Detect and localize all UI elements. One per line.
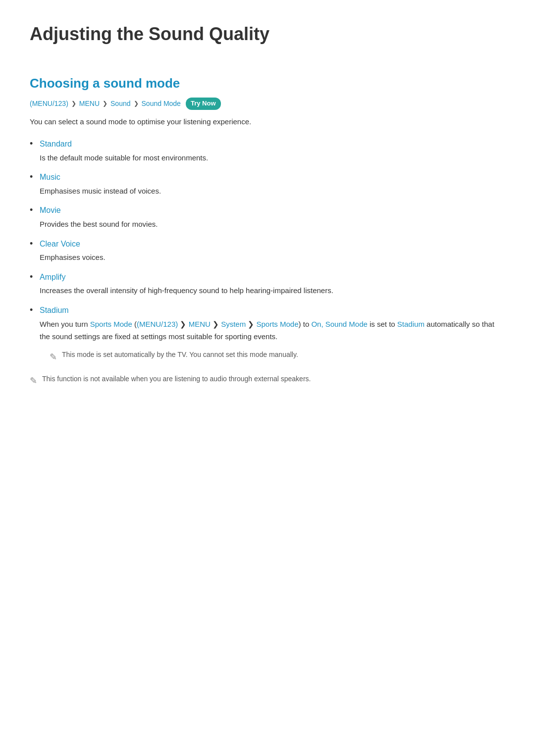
desc-movie: Provides the best sound for movies. (40, 220, 158, 228)
try-now-badge[interactable]: Try Now (186, 98, 221, 110)
desc-clearvoice: Emphasises voices. (40, 253, 106, 261)
desc-standard: Is the default mode suitable for most en… (40, 153, 208, 162)
sep-3: ❯ (248, 320, 256, 328)
stadium-note: ✎ This mode is set automatically by the … (50, 349, 505, 365)
term-music: Music (40, 171, 505, 184)
desc-stadium: When you turn Sports Mode ((MENU/123) ❯ … (40, 318, 505, 365)
term-standard: Standard (40, 138, 505, 151)
list-item-amplify: Amplify Increases the overall intensity … (30, 271, 505, 297)
breadcrumb-separator-2: ❯ (103, 99, 107, 108)
list-item-standard: Standard Is the default mode suitable fo… (30, 138, 505, 164)
link-sportsmode: Sports Mode (90, 320, 132, 328)
link-stadium2: Stadium (397, 320, 425, 328)
section-heading: Choosing a sound mode (30, 73, 505, 94)
link-on-soundmode: On, Sound Mode (311, 320, 367, 328)
breadcrumb-item-sound: Sound (110, 98, 130, 109)
link-sportsmode2: Sports Mode (257, 320, 299, 328)
note-icon-1: ✎ (50, 350, 57, 365)
breadcrumb-item-menu123: (MENU/123) (30, 98, 68, 109)
desc-amplify: Increases the overall intensity of high-… (40, 286, 333, 295)
intro-text: You can select a sound mode to optimise … (30, 116, 505, 128)
note-icon-outer: ✎ (30, 374, 37, 388)
sep-1: ❯ (180, 320, 188, 328)
breadcrumb-item-menu: MENU (79, 98, 100, 109)
list-item-movie: Movie Provides the best sound for movies… (30, 204, 505, 230)
breadcrumb: (MENU/123) ❯ MENU ❯ Sound ❯ Sound Mode T… (30, 98, 505, 110)
list-item-stadium: Stadium When you turn Sports Mode ((MENU… (30, 304, 505, 364)
breadcrumb-item-soundmode: Sound Mode (142, 98, 181, 109)
term-amplify: Amplify (40, 271, 505, 284)
outer-note-text: This function is not available when you … (42, 373, 311, 384)
term-stadium: Stadium (40, 304, 505, 317)
sound-modes-list: Standard Is the default mode suitable fo… (30, 138, 505, 364)
desc-music: Emphasises music instead of voices. (40, 187, 161, 195)
link-menu: MENU (189, 320, 211, 328)
page-title: Adjusting the Sound Quality (30, 20, 505, 53)
list-item-music: Music Emphasises music instead of voices… (30, 171, 505, 197)
sep-2: ❯ (213, 320, 221, 328)
note-text-1: This mode is set automatically by the TV… (62, 349, 298, 361)
term-movie: Movie (40, 204, 505, 217)
breadcrumb-separator-3: ❯ (134, 99, 139, 108)
link-system: System (221, 320, 246, 328)
list-item-clearvoice: Clear Voice Emphasises voices. (30, 238, 505, 264)
outer-note: ✎ This function is not available when yo… (30, 373, 505, 388)
term-clearvoice: Clear Voice (40, 238, 505, 251)
link-menu123: (MENU/123) (137, 320, 178, 328)
breadcrumb-separator-1: ❯ (71, 99, 76, 108)
